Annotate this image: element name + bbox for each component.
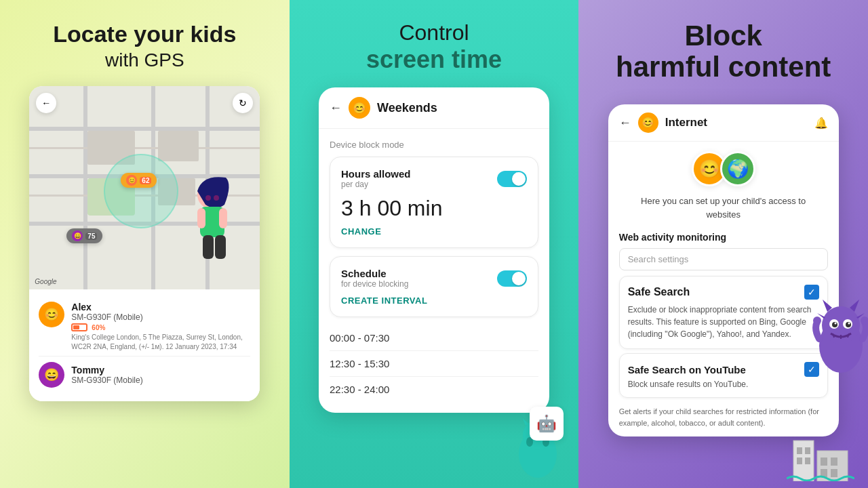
robot-icon: 🤖 [530,407,564,441]
svg-rect-3 [219,208,227,228]
internet-header: ← 😊 Internet 🔔 [608,104,839,142]
svg-rect-2 [197,208,205,228]
safe-search-desc: Exclude or block inappropriate content f… [628,304,819,340]
monster-svg [810,298,868,380]
center-profile-avatar: 😊 [349,97,370,119]
hours-row: Hours allowed per day [341,168,527,189]
girl-svg [151,167,260,289]
schedule-label: Schedule [341,268,408,279]
map-area: 😊 62 😄 75 ← ↻ Google [29,86,260,289]
alex-location: King's College London, 5 The Piazza, Sur… [71,333,250,352]
time-slot-1: 12:30 - 15:30 [330,351,538,377]
device-list: 😊 Alex SM-G930F (Mobile) 60% King's Coll… [29,289,260,401]
svg-rect-4 [203,235,214,259]
safe-search-card: Safe Search ✓ Exclude or block inappropr… [619,276,828,349]
yt-title: Safe Search on YouTube [628,364,746,375]
for-device-label: for device blocking [341,279,408,289]
left-title: Locate your kids with GPS [53,20,236,73]
schedule-row: Schedule for device blocking [341,268,527,289]
internet-back-button[interactable]: ← [619,116,631,130]
globe-avatar: 🌍 [720,151,755,186]
google-logo: Google [35,278,56,285]
alex-battery-pct: 60% [92,324,105,331]
svg-rect-30 [797,458,802,464]
tommy-avatar: 😄 [39,362,64,388]
change-button[interactable]: CHANGE [341,226,527,237]
center-phone-header: ← 😊 Weekends [319,87,549,129]
map-refresh-button[interactable]: ↻ [233,93,253,113]
road-h1 [29,127,260,131]
battery-icon [71,323,87,331]
create-interval-button[interactable]: CREATE INTERVAL [341,296,527,306]
alex-model: SM-G930F (Mobile) [71,312,250,322]
section-label: Device block mode [330,140,538,150]
map-mockup: 😊 62 😄 75 ← ↻ Google [29,86,260,401]
hours-info: Hours allowed per day [341,168,411,189]
alex-battery: 62 [140,177,151,184]
building-svg [787,427,854,481]
center-panel: Control screen time ← 😊 Weekends Device … [290,0,579,488]
right-title-line2: harmful content [616,52,831,83]
svg-rect-33 [831,458,837,466]
battery-fill [73,325,79,329]
left-title-line1: Locate your kids [53,20,236,48]
center-back-button[interactable]: ← [330,101,342,115]
internet-profile-avatar: 😊 [638,113,658,133]
schedule-card: Schedule for device blocking CREATE INTE… [330,256,538,317]
alex-name: Alex [71,302,92,312]
center-phone-body: Device block mode Hours allowed per day … [319,129,549,413]
svg-point-6 [205,195,211,201]
girl-illustration [151,167,260,289]
right-title: Block harmful content [616,20,831,83]
svg-rect-28 [797,447,802,454]
tommy-battery: 75 [85,232,97,240]
alex-battery-row: 60% [71,323,250,331]
left-title-line2: with GPS [53,48,236,73]
svg-rect-32 [821,458,827,466]
toggle-knob [512,172,526,186]
bell-button[interactable]: 🔔 [814,117,828,129]
safe-search-header: Safe Search ✓ [628,285,819,300]
yt-desc: Block unsafe results on YouTube. [628,380,819,389]
hours-toggle[interactable] [497,171,527,187]
alex-info: Alex SM-G930F (Mobile) 60% King's Colleg… [71,302,250,352]
center-title-line2: screen time [366,45,502,74]
map-back-button[interactable]: ← [36,93,56,113]
road-h4 [29,147,260,149]
schedule-info: Schedule for device blocking [341,268,408,289]
center-title-line1: Control [366,20,502,45]
right-phone-mockup: ← 😊 Internet 🔔 😊 🌍 Here you can set up y… [608,104,839,436]
search-settings-input[interactable]: Search settings [619,248,828,270]
safe-search-title: Safe Search [628,286,690,298]
alex-avatar: 😊 [39,302,64,327]
hours-card: Hours allowed per day 3 h 00 min CHANGE [330,157,538,248]
time-slot-0: 00:00 - 07:30 [330,325,538,351]
alex-name-row: Alex [71,302,250,312]
building3 [158,131,199,161]
right-title-line1: Block [616,20,831,52]
svg-rect-29 [805,447,810,454]
center-screen-title: Weekends [377,101,437,115]
svg-point-22 [835,323,837,325]
yt-header: Safe Search on YouTube ✓ [628,362,819,377]
per-day-label: per day [341,180,411,189]
left-panel: Locate your kids with GPS 😊 62 [0,0,290,488]
tommy-badge: 😄 75 [66,228,102,243]
svg-point-7 [214,195,219,201]
right-panel: Block harmful content ← 😊 Internet 🔔 😊 🌍… [578,0,868,488]
youtube-safe-card: Safe Search on YouTube ✓ Block unsafe re… [619,353,828,398]
svg-rect-26 [793,441,814,481]
avatars-row: 😊 🌍 [608,142,839,190]
table-row: 😊 Alex SM-G930F (Mobile) 60% King's Coll… [39,298,250,357]
schedule-toggle[interactable] [497,270,527,287]
time-value: 3 h 00 min [341,196,527,221]
svg-rect-5 [215,235,226,259]
internet-screen-title: Internet [665,116,707,129]
alex-avatar-sm: 😊 [126,175,137,186]
access-text: Here you can set up your child's access … [608,190,839,228]
time-slot-2: 22:30 - 24:00 [330,377,538,402]
time-slots: 00:00 - 07:30 12:30 - 15:30 22:30 - 24:0… [330,325,538,402]
table-row: 😄 Tommy SM-G930F (Mobile) [39,357,250,393]
tommy-avatar-sm: 😄 [72,230,83,241]
tommy-name: Tommy [71,365,142,375]
